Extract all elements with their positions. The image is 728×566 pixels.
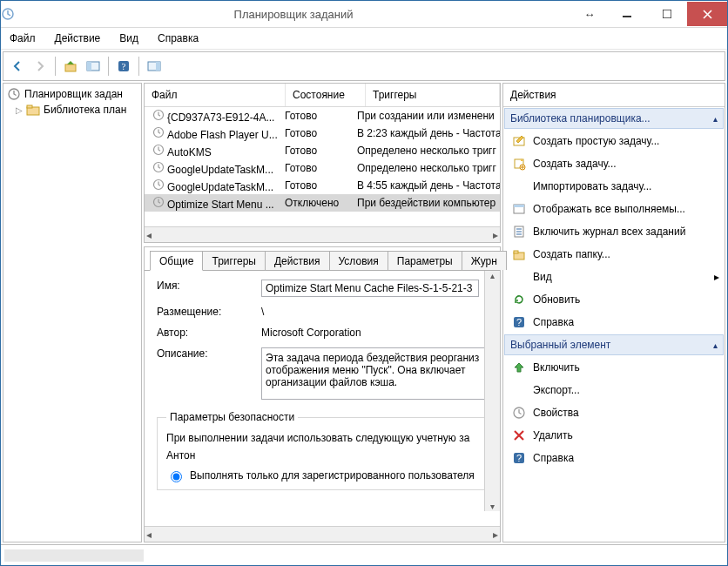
body: Планировщик задан ▷ Библиотека план Файл… [3,83,725,542]
app-icon [1,7,15,21]
col-header-file[interactable]: Файл [145,84,286,106]
show-hide-action-pane-button[interactable] [144,56,165,77]
tab-conditions[interactable]: Условия [329,251,388,270]
log-icon [512,225,526,239]
table-row[interactable]: AutoKMSГотовоОпределено несколько тригг [145,142,500,159]
up-button[interactable] [60,56,81,77]
minimize-button[interactable] [607,2,647,26]
tab-triggers[interactable]: Триггеры [202,251,266,270]
action-вид[interactable]: Вид▸ [503,266,725,288]
table-row[interactable]: Optimize Start Menu ...ОтключеноПри безд… [145,194,500,212]
security-user: Антон [166,449,490,462]
toolbar-separator [138,57,139,76]
list-hscrollbar[interactable]: ◂ ▸ [145,226,500,242]
clock-icon [152,125,165,139]
action-включить[interactable]: Включить [503,356,725,379]
action-включить-журнал-всех-заданий[interactable]: Включить журнал всех заданий [503,220,725,243]
help-button[interactable]: ? [113,56,134,77]
tab-hscrollbar[interactable]: ◂ ▸ [145,526,500,542]
col-header-triggers[interactable]: Триггеры [366,84,500,106]
tab-journal[interactable]: Журн [462,251,507,270]
help-icon: ? [512,315,526,329]
menu-action[interactable]: Действие [53,30,103,46]
task-scheduler-window: Планировщик заданий ↔ Файл Действие Вид … [0,0,728,566]
table-row[interactable]: GoogleUpdateTaskM...ГотовоОпределено нес… [145,159,500,177]
label-location: Размещение: [157,306,261,318]
list-body[interactable]: {CD937A73-E912-4A...ГотовоПри создании и… [145,107,500,226]
action-свойства[interactable]: Свойства [503,401,725,424]
col-header-state[interactable]: Состояние [286,84,366,106]
tab-actions[interactable]: Действия [265,251,330,270]
action-создать-простую-задачу-[interactable]: Создать простую задачу... [503,130,725,152]
tree-library[interactable]: ▷ Библиотека план [7,103,139,117]
label-description: Описание: [157,347,261,360]
expand-icon[interactable]: ▷ [16,105,23,115]
scroll-down-icon[interactable]: ▾ [490,502,495,511]
clock-icon [7,87,21,101]
action-создать-задачу-[interactable]: Создать задачу... [503,152,725,175]
description-field[interactable] [261,347,488,400]
action-удалить[interactable]: Удалить [503,424,725,447]
selected-actions: ВключитьЭкспорт...СвойстваУдалить?Справк… [503,356,725,469]
svg-text:?: ? [122,61,126,71]
menu-view[interactable]: Вид [118,30,140,46]
statusbar [1,544,727,565]
action-импортировать-задачу-[interactable]: Импортировать задачу... [503,175,725,198]
forward-button[interactable] [30,56,51,77]
action-обновить[interactable]: Обновить [503,288,725,311]
label-name: Имя: [157,280,261,292]
clock-icon [152,160,165,174]
security-text: При выполнении задачи использовать следу… [166,432,490,444]
tab-vscrollbar[interactable]: ▴ ▾ [484,271,500,511]
svg-rect-2 [663,10,671,18]
security-legend: Параметры безопасности [166,411,298,423]
actions-panel-body: Библиотека планировщика... ▴ Создать про… [503,107,725,542]
action-label: Создать задачу... [533,158,617,170]
svg-text:?: ? [516,453,522,463]
action-label: Включить [533,361,580,374]
run-only-logged-on-radio[interactable] [171,471,182,482]
table-row[interactable]: Adobe Flash Player U...ГотовоВ 2:23 кажд… [145,125,500,142]
action-отображать-все-выполняемы-[interactable]: Отображать все выполняемы... [503,198,725,220]
section-library[interactable]: Библиотека планировщика... ▴ [504,108,724,129]
action-создать-папку-[interactable]: Создать папку... [503,243,725,266]
action-справка[interactable]: ?Справка [503,447,725,469]
scroll-left-icon[interactable]: ◂ [146,229,152,241]
action-label: Импортировать задачу... [533,180,651,192]
show-hide-console-tree-button[interactable] [83,56,104,77]
tab-params[interactable]: Параметры [388,251,462,270]
tree-root-label: Планировщик задан [24,88,123,100]
menu-help[interactable]: Справка [156,30,200,46]
svg-rect-1 [623,16,631,17]
menu-file[interactable]: Файл [8,30,37,46]
close-button[interactable] [687,2,727,26]
refresh-icon [512,293,526,307]
tabstrip: Общие Триггеры Действия Условия Параметр… [145,247,500,270]
tab-general[interactable]: Общие [150,251,203,271]
table-row[interactable]: {CD937A73-E912-4A...ГотовоПри создании и… [145,107,500,125]
name-field[interactable] [261,280,479,297]
help-icon: ? [512,451,526,465]
none-icon [512,179,526,193]
scroll-right-icon[interactable]: ▸ [493,229,498,241]
clock-icon [152,195,165,209]
back-button[interactable] [7,56,28,77]
window-title: Планировщик заданий [15,8,572,21]
section-selected[interactable]: Выбранный элемент ▴ [504,334,724,355]
resize-handle-button[interactable]: ↔ [572,2,607,26]
action-label: Удалить [533,429,573,441]
center-panel: Файл Состояние Триггеры {CD937A73-E912-4… [144,83,501,542]
table-row[interactable]: GoogleUpdateTaskM...ГотовоВ 4:55 каждый … [145,177,500,194]
scroll-left-icon[interactable]: ◂ [146,529,152,541]
scroll-right-icon[interactable]: ▸ [493,529,498,541]
scroll-up-icon[interactable]: ▴ [490,271,495,280]
collapse-icon[interactable]: ▴ [713,114,718,124]
maximize-button[interactable] [647,2,687,26]
section-selected-label: Выбранный элемент [510,339,610,351]
run-only-logged-on-label: Выполнять только для зарегистрированного… [190,469,475,482]
svg-rect-5 [87,62,91,71]
action-экспорт-[interactable]: Экспорт... [503,379,725,401]
collapse-icon[interactable]: ▴ [713,340,718,350]
action-справка[interactable]: ?Справка [503,311,725,334]
tree-root[interactable]: Планировщик задан [7,87,139,101]
